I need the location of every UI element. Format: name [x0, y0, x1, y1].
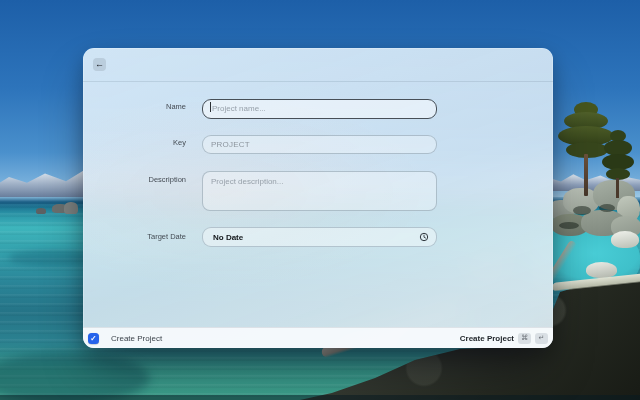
- desktop: ← Name Key Description Target Date: [0, 0, 640, 400]
- shore-rock: [64, 202, 78, 214]
- dialog-footer: ✓ Create Project Create Project ⌘ ↵: [83, 327, 553, 348]
- name-field-row: Name: [83, 97, 437, 119]
- water-bottom-band: [0, 395, 640, 400]
- checkmark-icon: ✓: [90, 333, 96, 344]
- target-date-label: Target Date: [83, 227, 186, 247]
- clock-icon: [419, 232, 429, 242]
- checkbox-label: Create Project: [111, 334, 162, 343]
- key-label: Key: [83, 133, 186, 154]
- description-label: Description: [83, 171, 186, 215]
- tree-trunk: [616, 178, 619, 198]
- rock-shadow: [599, 204, 615, 212]
- tree-trunk: [584, 154, 588, 196]
- project-description-input[interactable]: [202, 171, 437, 211]
- create-project-checkbox[interactable]: ✓: [88, 333, 99, 344]
- target-date-picker[interactable]: No Date: [202, 227, 437, 247]
- rock-shadow: [559, 222, 579, 229]
- command-key-icon: ⌘: [518, 333, 531, 344]
- target-date-value: No Date: [213, 233, 419, 242]
- project-name-input[interactable]: [202, 99, 437, 119]
- project-key-input[interactable]: [202, 135, 437, 154]
- target-date-row: Target Date No Date: [83, 227, 437, 247]
- name-label: Name: [83, 97, 186, 119]
- rock-shadow: [573, 206, 591, 215]
- description-field-row: Description: [83, 171, 437, 215]
- white-boulder: [611, 231, 639, 248]
- arrow-left-icon: ←: [95, 58, 104, 71]
- return-key-icon: ↵: [535, 333, 548, 344]
- pine-tree-small: [602, 130, 634, 198]
- create-project-submit[interactable]: Create Project: [460, 334, 514, 343]
- shore-rock: [36, 208, 46, 214]
- text-caret: [210, 102, 211, 112]
- create-project-dialog: ← Name Key Description Target Date: [83, 48, 553, 348]
- back-button[interactable]: ←: [93, 58, 106, 71]
- key-field-row: Key: [83, 133, 437, 154]
- dialog-header: ←: [83, 48, 553, 82]
